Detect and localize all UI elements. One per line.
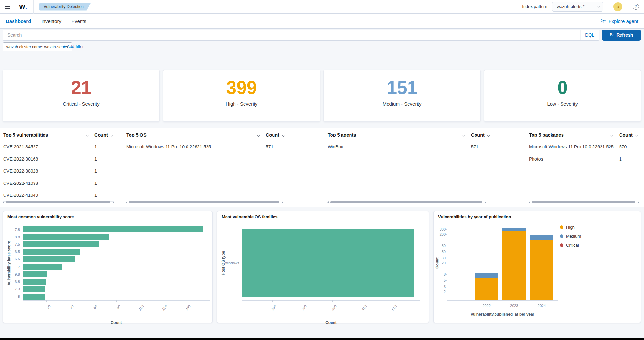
row-count-cell[interactable]: 570	[619, 144, 627, 149]
row-count-cell[interactable]: 1	[619, 156, 622, 162]
sort-chevron-icon[interactable]	[487, 133, 490, 137]
wazuh-logo[interactable]: W.	[13, 3, 33, 11]
tab-events[interactable]: Events	[68, 14, 90, 28]
stacked-bar-2022-high[interactable]	[475, 278, 498, 300]
bottom-strip	[0, 338, 644, 340]
scrollbar-thumb[interactable]	[532, 201, 635, 203]
refresh-button[interactable]: ↻ Refresh	[602, 30, 641, 41]
table-row[interactable]: CVE-2022-301681	[3, 153, 114, 165]
row-name-cell[interactable]: Microsoft Windows 11 Pro 10.0.22621.525	[529, 144, 616, 149]
row-name-cell[interactable]: Photos	[529, 156, 616, 162]
table-row[interactable]: Microsoft Windows 11 Pro 10.0.22621.5255…	[528, 141, 639, 153]
scroll-right-icon[interactable]	[113, 201, 114, 203]
bar-windows[interactable]	[242, 229, 414, 297]
x-tick-label: 20	[37, 304, 51, 321]
search-input[interactable]	[3, 33, 580, 38]
horizontal-scrollbar[interactable]	[528, 201, 639, 204]
table-row[interactable]: CVE-2021-345271	[3, 141, 114, 153]
row-name-cell[interactable]: CVE-2022-41049	[3, 193, 91, 198]
count-column-header[interactable]: Count	[619, 132, 633, 137]
scroll-left-icon[interactable]	[3, 201, 4, 203]
legend-item-high[interactable]: High	[560, 225, 581, 230]
scroll-right-icon[interactable]	[282, 201, 283, 203]
bar-5.5[interactable]	[23, 256, 75, 262]
legend-item-critical[interactable]: Critical	[560, 243, 581, 248]
explore-agent-button[interactable]: Explore agent	[601, 18, 638, 24]
scrollbar-thumb[interactable]	[129, 201, 279, 203]
table-row[interactable]: CVE-2022-410491	[3, 189, 114, 202]
query-language-button[interactable]: DQL	[580, 30, 599, 40]
sort-chevron-icon[interactable]	[282, 133, 285, 137]
add-filter-button[interactable]: + Add filter	[63, 44, 84, 49]
stacked-bar-2023-high[interactable]	[502, 231, 526, 300]
bar-7.8[interactable]	[23, 226, 203, 232]
table-row[interactable]: CVE-2022-410331	[3, 177, 114, 190]
sort-chevron-icon[interactable]	[635, 133, 639, 137]
stacked-bar-2024-medium[interactable]	[530, 235, 553, 240]
row-count-cell[interactable]: 1	[94, 144, 97, 149]
scroll-left-icon[interactable]	[126, 201, 127, 203]
horizontal-scrollbar[interactable]	[3, 201, 114, 204]
scroll-left-icon[interactable]	[529, 201, 530, 203]
y-tick	[446, 246, 447, 246]
bar-track	[23, 278, 210, 285]
bar-8[interactable]	[23, 294, 45, 300]
sort-chevron-icon[interactable]	[462, 133, 466, 137]
row-name-cell[interactable]: WinBox	[328, 144, 468, 149]
sort-chevron-icon[interactable]	[610, 133, 614, 137]
bar-row: 7.5	[5, 241, 210, 248]
sort-chevron-icon[interactable]	[257, 133, 260, 137]
stacked-bar-2022-medium[interactable]	[475, 273, 498, 278]
table-row[interactable]: Photos1	[528, 153, 639, 165]
bar-9.8[interactable]	[23, 271, 47, 277]
row-count-cell[interactable]: 571	[266, 144, 273, 149]
horizontal-scrollbar[interactable]	[126, 201, 284, 204]
row-count-cell[interactable]: 1	[94, 156, 97, 162]
stacked-bar-2024-high[interactable]	[530, 240, 553, 300]
tab-dashboard[interactable]: Dashboard	[2, 14, 35, 28]
row-name-cell[interactable]: CVE-2022-41033	[3, 181, 91, 186]
row-name-cell[interactable]: Microsoft Windows 11 Pro 10.0.22621.525	[126, 144, 263, 149]
table-header: Top 5 OSCount	[126, 128, 284, 141]
row-count-cell[interactable]: 571	[471, 144, 478, 149]
legend-item-medium[interactable]: Medium	[560, 234, 581, 239]
row-count-cell[interactable]: 1	[94, 193, 97, 198]
row-count-cell[interactable]: 1	[94, 181, 97, 186]
table-row[interactable]: Microsoft Windows 11 Pro 10.0.22621.5255…	[126, 141, 284, 153]
scroll-left-icon[interactable]	[327, 201, 329, 203]
row-count-cell[interactable]: 1	[94, 168, 97, 174]
table-row[interactable]: WinBox571	[327, 141, 486, 153]
count-column-header[interactable]: Count	[94, 132, 108, 137]
tab-inventory[interactable]: Inventory	[37, 14, 65, 28]
y-category-label: 6.5	[5, 250, 23, 254]
row-name-cell[interactable]: CVE-2021-34527	[3, 144, 91, 149]
bar-8.8[interactable]	[23, 234, 109, 240]
bar-7.3[interactable]	[23, 286, 45, 292]
bar-7.5[interactable]	[23, 241, 99, 247]
scroll-right-icon[interactable]	[485, 201, 486, 203]
filter-pill[interactable]: wazuh.cluster.name: wazuh-server	[3, 42, 72, 51]
stacked-bar-2023-critical[interactable]	[502, 228, 526, 228]
sort-chevron-icon[interactable]	[86, 133, 89, 137]
sort-chevron-icon[interactable]	[111, 133, 114, 137]
bar-7[interactable]	[23, 264, 62, 270]
row-name-cell[interactable]: CVE-2022-30168	[3, 156, 91, 162]
index-pattern-select[interactable]: wazuh-alerts-*	[552, 2, 603, 12]
help-icon[interactable]: ?	[633, 4, 639, 10]
user-avatar[interactable]: a	[613, 2, 622, 11]
count-column-header[interactable]: Count	[471, 132, 485, 137]
horizontal-scrollbar[interactable]	[327, 201, 486, 204]
count-column-header[interactable]: Count	[266, 132, 279, 137]
menu-icon[interactable]	[0, 0, 13, 14]
scrollbar-thumb[interactable]	[6, 201, 110, 203]
x-tick-label: 400	[353, 304, 368, 321]
stacked-bar-2023-medium[interactable]	[502, 228, 526, 231]
scrollbar-thumb[interactable]	[330, 201, 482, 203]
bar-6.8[interactable]	[23, 279, 46, 285]
bar-track	[23, 263, 210, 270]
table-row[interactable]: CVE-2022-380281	[3, 165, 114, 177]
scroll-right-icon[interactable]	[638, 201, 639, 203]
table-title: Top 5 vulnerabilities	[3, 132, 48, 137]
row-name-cell[interactable]: CVE-2022-38028	[3, 168, 91, 174]
bar-6.5[interactable]	[23, 249, 80, 255]
